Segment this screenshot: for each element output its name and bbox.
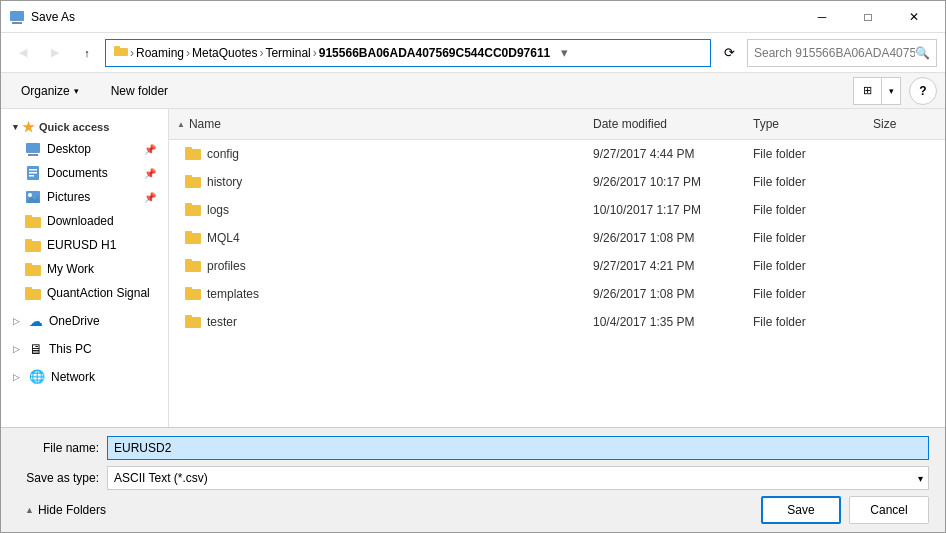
svg-rect-26 — [185, 315, 192, 319]
file-size-cell-3 — [865, 234, 945, 242]
sidebar-item-eurusd[interactable]: EURUSD H1 — [1, 233, 168, 257]
table-row[interactable]: config 9/27/2017 4:44 PM File folder — [169, 140, 945, 168]
hide-folders-label: Hide Folders — [38, 503, 106, 517]
sidebar-item-network[interactable]: ▷ 🌐 Network — [1, 365, 168, 388]
table-row[interactable]: templates 9/26/2017 1:08 PM File folder — [169, 280, 945, 308]
new-folder-label: New folder — [111, 84, 168, 98]
sidebar-item-thispc-label: This PC — [49, 342, 92, 356]
save-button[interactable]: Save — [761, 496, 841, 524]
view-dropdown-button[interactable]: ▾ — [881, 77, 901, 105]
expand-thispc-icon: ▷ — [13, 344, 23, 354]
sidebar-item-documents[interactable]: Documents 📌 — [1, 161, 168, 185]
bottom-area: File name: Save as type: ASCII Text (*.c… — [1, 427, 945, 532]
col-name-header[interactable]: ▲ Name — [169, 113, 585, 135]
expand-onedrive-icon: ▷ — [13, 316, 23, 326]
svg-rect-14 — [185, 147, 192, 151]
file-date-cell-6: 10/4/2017 1:35 PM — [585, 311, 745, 333]
table-row[interactable]: tester 10/4/2017 1:35 PM File folder — [169, 308, 945, 336]
file-name-cell-0: config — [169, 142, 585, 166]
search-input[interactable] — [754, 46, 915, 60]
file-date-cell-4: 9/27/2017 4:21 PM — [585, 255, 745, 277]
breadcrumb-terminal[interactable]: Terminal — [265, 46, 310, 60]
table-row[interactable]: MQL4 9/26/2017 1:08 PM File folder — [169, 224, 945, 252]
table-row[interactable]: logs 10/10/2017 1:17 PM File folder — [169, 196, 945, 224]
svg-rect-3 — [114, 46, 120, 50]
sidebar-item-desktop-label: Desktop — [47, 142, 91, 156]
quant-folder-icon — [25, 285, 41, 301]
breadcrumb-roaming[interactable]: Roaming — [136, 46, 184, 60]
pictures-pin-icon: 📌 — [144, 192, 156, 203]
help-button[interactable]: ? — [909, 77, 937, 105]
desktop-icon — [25, 141, 41, 157]
file-list-header: ▲ Name Date modified Type Size — [169, 109, 945, 140]
col-date-header[interactable]: Date modified — [585, 113, 745, 135]
filename-input[interactable] — [107, 436, 929, 460]
savetype-label: Save as type: — [17, 471, 107, 485]
address-bar[interactable]: › Roaming › MetaQuotes › Terminal › 9155… — [105, 39, 711, 67]
svg-rect-7 — [29, 169, 37, 171]
file-date-cell-3: 9/26/2017 1:08 PM — [585, 227, 745, 249]
file-name-cell-5: templates — [169, 282, 585, 306]
eurusd-folder-icon — [25, 237, 41, 253]
network-icon: 🌐 — [29, 369, 45, 384]
col-type-header[interactable]: Type — [745, 113, 865, 135]
sidebar-item-documents-label: Documents — [47, 166, 108, 180]
refresh-button[interactable]: ⟳ — [715, 39, 743, 67]
sidebar-item-onedrive-label: OneDrive — [49, 314, 100, 328]
title-bar-controls: ─ □ ✕ — [799, 1, 937, 33]
savetype-select[interactable]: ASCII Text (*.csv) — [107, 466, 929, 490]
file-size-cell-4 — [865, 262, 945, 270]
sidebar-item-downloaded[interactable]: Downloaded — [1, 209, 168, 233]
table-row[interactable]: profiles 9/27/2017 4:21 PM File folder — [169, 252, 945, 280]
svg-rect-0 — [10, 11, 24, 21]
sidebar-item-pictures[interactable]: Pictures 📌 — [1, 185, 168, 209]
sidebar-section-quick-access: ▾ ★ Quick access Desktop 📌 Documents — [1, 113, 168, 305]
cancel-button[interactable]: Cancel — [849, 496, 929, 524]
hide-folders-toggle[interactable]: ▲ Hide Folders — [17, 499, 114, 521]
file-name-cell-1: history — [169, 170, 585, 194]
file-name-cell-6: tester — [169, 310, 585, 334]
svg-rect-18 — [185, 203, 192, 207]
svg-rect-9 — [29, 175, 34, 177]
sidebar-item-quant[interactable]: QuantAction Signal — [1, 281, 168, 305]
svg-point-11 — [28, 193, 32, 197]
minimize-button[interactable]: ─ — [799, 1, 845, 33]
downloaded-folder-icon — [25, 213, 41, 229]
breadcrumb-metaquotes[interactable]: MetaQuotes — [192, 46, 257, 60]
file-folder-icon-0 — [185, 146, 201, 162]
forward-button[interactable]: ▶ — [41, 39, 69, 67]
quick-access-label: Quick access — [39, 121, 109, 133]
up-button[interactable]: ↑ — [73, 39, 101, 67]
savetype-row: Save as type: ASCII Text (*.csv) — [17, 466, 929, 490]
sidebar-item-mywork-label: My Work — [47, 262, 94, 276]
sidebar-item-my-work[interactable]: My Work — [1, 257, 168, 281]
file-name-text-6: tester — [207, 315, 237, 329]
sidebar-item-downloaded-label: Downloaded — [47, 214, 114, 228]
file-folder-icon-5 — [185, 286, 201, 302]
file-size-cell-5 — [865, 290, 945, 298]
file-size-cell-6 — [865, 318, 945, 326]
new-folder-button[interactable]: New folder — [99, 77, 180, 105]
col-size-header[interactable]: Size — [865, 113, 945, 135]
close-button[interactable]: ✕ — [891, 1, 937, 33]
table-row[interactable]: history 9/26/2017 10:17 PM File folder — [169, 168, 945, 196]
search-icon: 🔍 — [915, 46, 930, 60]
address-dropdown-button[interactable]: ▾ — [554, 39, 574, 67]
organize-button[interactable]: Organize ▾ — [9, 77, 91, 105]
breadcrumb-hash[interactable]: 915566BA06ADA407569C544CC0D97611 — [319, 46, 551, 60]
svg-rect-24 — [185, 287, 192, 291]
sidebar-item-onedrive[interactable]: ▷ ☁ OneDrive — [1, 309, 168, 333]
thispc-icon: 🖥 — [29, 341, 43, 357]
sidebar-quick-access-header[interactable]: ▾ ★ Quick access — [1, 113, 168, 137]
view-mode-button[interactable]: ⊞ — [853, 77, 881, 105]
sidebar-item-thispc[interactable]: ▷ 🖥 This PC — [1, 337, 168, 361]
sidebar-item-desktop[interactable]: Desktop 📌 — [1, 137, 168, 161]
svg-rect-8 — [29, 172, 37, 174]
sidebar-section-network: ▷ 🌐 Network — [1, 365, 168, 388]
back-button[interactable]: ◀ — [9, 39, 37, 67]
file-size-cell-0 — [865, 150, 945, 158]
file-name-text-1: history — [207, 175, 242, 189]
breadcrumb: › Roaming › MetaQuotes › Terminal › 9155… — [114, 45, 550, 60]
maximize-button[interactable]: □ — [845, 1, 891, 33]
svg-rect-22 — [185, 259, 192, 263]
